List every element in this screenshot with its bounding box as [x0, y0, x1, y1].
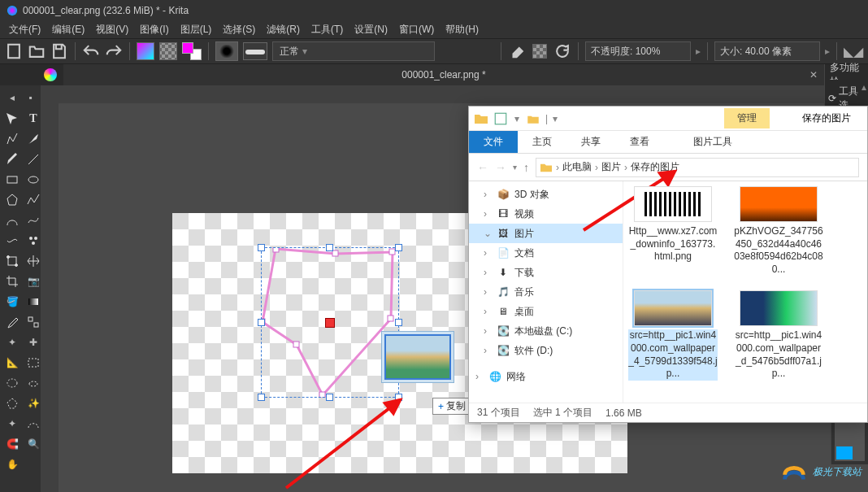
reference-tool-icon[interactable]: 📷 — [24, 272, 42, 290]
color-picker-tool-icon[interactable] — [3, 313, 21, 331]
nav-back-icon[interactable]: ← — [477, 161, 488, 174]
color-swatch[interactable] — [182, 42, 202, 60]
document-tab[interactable]: 000001_clear.png * ✕ — [63, 64, 824, 85]
smart-patch-tool-icon[interactable]: ✦ — [3, 333, 21, 351]
qat-new-folder-icon[interactable] — [526, 111, 540, 126]
calligraphy-tool-icon[interactable] — [24, 130, 42, 148]
select-contiguous-tool-icon[interactable]: ✨ — [24, 394, 42, 412]
redo-icon[interactable] — [105, 42, 123, 60]
eraser-icon[interactable] — [508, 42, 526, 60]
qat-up-icon[interactable]: ▾ — [510, 111, 524, 126]
alpha-lock-icon[interactable] — [531, 42, 549, 60]
transform-center-icon[interactable] — [325, 318, 335, 328]
line-tool-icon[interactable] — [24, 150, 42, 168]
pan-tool-icon[interactable]: ✋ — [3, 455, 21, 473]
freehand-path-tool-icon[interactable] — [24, 211, 42, 229]
tree-item[interactable]: ›🖥桌面 — [469, 302, 623, 321]
ribbon-picture-tools[interactable]: 图片工具 — [679, 131, 747, 153]
qat-dropdown-icon[interactable]: ▾ — [553, 113, 558, 124]
file-explorer-window[interactable]: ▾ | ▾ 管理 保存的图片 文件 主页 共享 查看 图片工具 ← → ▾ ↑ … — [468, 106, 868, 423]
mirror-horizontal-icon[interactable]: ◣◢ — [844, 44, 863, 59]
pattern-preset-icon[interactable] — [159, 42, 177, 60]
menu-window[interactable]: 窗口(W) — [393, 23, 440, 37]
multibrush-tool-icon[interactable] — [24, 232, 42, 250]
explorer-file-pane[interactable]: Http__www.xz7.com_downinfo_163773.html.p… — [623, 181, 867, 403]
undo-icon[interactable] — [82, 42, 100, 60]
svg-point-9 — [15, 264, 18, 267]
menu-tools[interactable]: 工具(T) — [306, 23, 349, 37]
gradient-preset-icon[interactable] — [137, 42, 154, 60]
edit-shapes-tool-icon[interactable] — [3, 130, 21, 148]
menu-edit[interactable]: 编辑(E) — [46, 23, 90, 37]
select-bezier-tool-icon[interactable] — [24, 415, 42, 433]
file-item[interactable]: src=http__pic1.win4000.com_wallpaper_4_5… — [628, 290, 718, 380]
brush-preset-icon[interactable] — [215, 41, 238, 61]
menu-select[interactable]: 选择(S) — [217, 23, 261, 37]
file-label: src=http__pic1.win4000.com_wallpaper_4_5… — [628, 329, 718, 380]
nav-forward-icon[interactable]: → — [495, 161, 506, 174]
menu-settings[interactable]: 设置(N) — [349, 23, 393, 37]
ribbon-view[interactable]: 查看 — [615, 131, 664, 153]
transform-bounding-box[interactable] — [261, 247, 399, 398]
move-layer-tool-icon[interactable] — [24, 252, 42, 270]
reload-preset-icon[interactable] — [553, 42, 571, 60]
menu-file[interactable]: 文件(F) — [3, 23, 46, 37]
tree-item-network[interactable]: ›🌐网络 — [469, 367, 623, 386]
qat-properties-icon[interactable] — [493, 111, 508, 126]
opacity-field[interactable]: 不透明度: 100% — [585, 41, 691, 61]
tree-item[interactable]: ›⬇下载 — [469, 263, 623, 282]
crop-tool-icon[interactable] — [3, 272, 21, 290]
tree-item[interactable]: ›💽软件 (D:) — [469, 341, 623, 360]
pattern-edit-tool-icon[interactable] — [24, 313, 42, 331]
text-tool-icon[interactable]: T — [24, 110, 42, 128]
close-tab-icon[interactable]: ✕ — [809, 69, 818, 81]
explorer-context-tab[interactable]: 管理 — [724, 108, 770, 128]
brush-stroke-preview[interactable] — [243, 42, 267, 60]
save-file-icon[interactable] — [50, 42, 68, 60]
assistants-tool-icon[interactable]: ✚ — [24, 333, 42, 351]
gradient-tool-icon[interactable] — [24, 293, 42, 311]
rectangle-tool-icon[interactable] — [3, 171, 21, 189]
polyline-tool-icon[interactable] — [24, 191, 42, 209]
ribbon-share[interactable]: 共享 — [566, 131, 615, 153]
bezier-tool-icon[interactable] — [3, 211, 21, 229]
dynamic-brush-tool-icon[interactable] — [3, 232, 21, 250]
measure-tool-icon[interactable]: 📐 — [3, 354, 21, 372]
zoom-tool-icon[interactable]: 🔍 — [24, 435, 42, 453]
file-label: src=http__pic1.win4000.com_wallpaper_d_5… — [734, 329, 823, 380]
ribbon-file[interactable]: 文件 — [469, 131, 518, 153]
move-tool-icon[interactable] — [3, 110, 21, 128]
new-file-icon[interactable] — [5, 42, 23, 60]
nav-recent-icon[interactable]: ▾ — [513, 163, 517, 172]
select-poly-tool-icon[interactable] — [3, 394, 21, 412]
transform-tool-icon[interactable] — [3, 252, 21, 270]
blend-mode-select[interactable]: 正常 — [272, 41, 435, 61]
select-rect-tool-icon[interactable] — [24, 354, 42, 372]
polygon-tool-icon[interactable] — [3, 191, 21, 209]
ribbon-home[interactable]: 主页 — [518, 131, 566, 153]
menu-help[interactable]: 帮助(H) — [440, 23, 484, 37]
select-magnetic-tool-icon[interactable]: 🧲 — [3, 435, 21, 453]
collapse-toolbox-icon[interactable]: ◂ — [3, 89, 20, 107]
fill-tool-icon[interactable]: 🪣 — [3, 293, 21, 311]
menu-filter[interactable]: 滤镜(R) — [261, 23, 306, 37]
file-item[interactable]: pKZhVOGZ_347756450_632d44a40c4603e8f0594… — [734, 186, 823, 276]
open-file-icon[interactable] — [28, 42, 46, 60]
tree-item[interactable]: ›🎵音乐 — [469, 282, 623, 302]
menu-image[interactable]: 图像(I) — [134, 23, 174, 37]
select-similar-tool-icon[interactable]: ✦ — [3, 415, 21, 433]
brush-tool-icon[interactable] — [3, 150, 21, 168]
file-item[interactable]: src=http__pic1.win4000.com_wallpaper_d_5… — [734, 290, 823, 380]
expand-toolbox-icon[interactable]: ▪ — [22, 89, 39, 107]
nav-up-icon[interactable]: ↑ — [523, 161, 529, 174]
select-lasso-tool-icon[interactable] — [24, 374, 42, 392]
select-ellipse-tool-icon[interactable] — [3, 374, 21, 392]
menu-view[interactable]: 视图(V) — [90, 23, 134, 37]
ellipse-tool-icon[interactable] — [24, 171, 42, 189]
menu-layer[interactable]: 图层(L) — [175, 23, 218, 37]
explorer-titlebar[interactable]: ▾ | ▾ 管理 保存的图片 — [469, 107, 867, 131]
panel-close-icon[interactable]: ▴ — [861, 81, 866, 93]
tree-item[interactable]: ›📄文档 — [469, 243, 623, 263]
brush-size-field[interactable]: 大小: 40.00 像素 — [714, 41, 820, 61]
tree-item[interactable]: ›💽本地磁盘 (C:) — [469, 321, 623, 341]
